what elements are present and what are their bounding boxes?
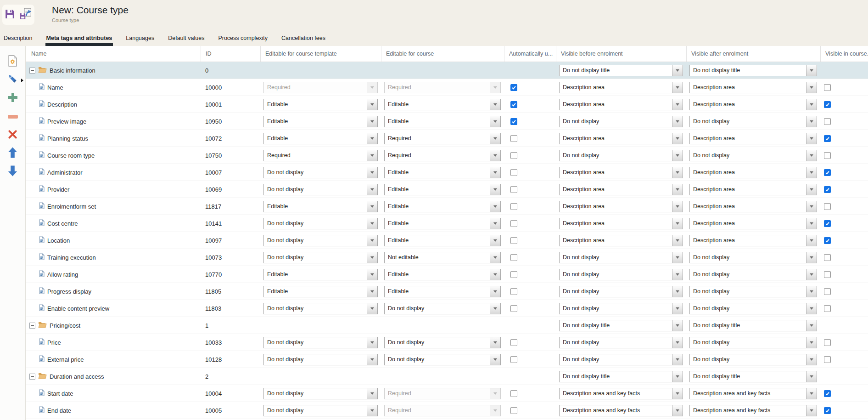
editable-for-course-dropdown[interactable]: Do not display [384,337,501,348]
automatically-updated-checkbox[interactable] [510,339,517,346]
visible-before-enrolment-dropdown[interactable]: Description area [559,99,683,110]
table-row-course-room-type[interactable]: Course room type10750RequiredRequiredDo … [26,147,868,164]
visible-after-enrolment-dropdown[interactable]: Do not display title [689,371,817,382]
editable-for-course-template-dropdown[interactable]: Editable [263,286,378,297]
automatically-updated-checkbox[interactable] [510,390,517,397]
editable-for-course-template-dropdown[interactable]: Editable [263,133,378,144]
visible-before-enrolment-dropdown[interactable]: Do not display title [559,65,683,76]
editable-for-course-dropdown[interactable]: Editable [384,269,501,280]
visible-in-course-checkbox[interactable] [824,271,831,278]
editable-for-course-dropdown[interactable]: Editable [384,99,501,110]
visible-after-enrolment-dropdown[interactable]: Do not display title [689,320,817,331]
visible-after-enrolment-dropdown[interactable]: Description area [689,235,817,246]
editable-for-course-dropdown[interactable]: Editable [384,286,501,297]
visible-before-enrolment-dropdown[interactable]: Do not display [559,303,683,314]
visible-in-course-checkbox[interactable] [824,152,831,159]
visible-before-enrolment-dropdown[interactable]: Description area [559,201,683,212]
tab-default-values[interactable]: Default values [168,35,204,41]
editable-for-course-template-dropdown[interactable]: Editable [263,269,378,280]
visible-after-enrolment-dropdown[interactable]: Do not display [689,150,817,161]
delete-button[interactable] [6,129,20,142]
table-row-planning-status[interactable]: Planning status10072EditableRequiredDesc… [26,130,868,147]
table-row-start-date[interactable]: Start date10004Do not displayRequiredDes… [26,385,868,402]
visible-before-enrolment-dropdown[interactable]: Do not display [559,354,683,365]
editable-for-course-template-dropdown[interactable]: Do not display [263,354,378,365]
table-row-basic-information[interactable]: Basic information0Do not display titleDo… [26,62,868,79]
visible-before-enrolment-dropdown[interactable]: Description area [559,235,683,246]
visible-before-enrolment-dropdown[interactable]: Description area [559,167,683,178]
editable-for-course-dropdown[interactable]: Do not display [384,303,501,314]
editable-for-course-template-dropdown[interactable]: Do not display [263,405,378,416]
table-row-price[interactable]: Price10033Do not displayDo not displayDo… [26,334,868,351]
visible-before-enrolment-dropdown[interactable]: Do not display [559,269,683,280]
editable-for-course-template-dropdown[interactable]: Do not display [263,235,378,246]
editable-for-course-dropdown[interactable]: Editable [384,218,501,229]
visible-after-enrolment-dropdown[interactable]: Description area [689,99,817,110]
visible-in-course-checkbox[interactable] [824,407,831,414]
visible-in-course-checkbox[interactable] [824,118,831,125]
editable-for-course-template-dropdown[interactable]: Do not display [263,337,378,348]
visible-in-course-checkbox[interactable] [824,288,831,295]
visible-after-enrolment-dropdown[interactable]: Description area [689,184,817,195]
tab-languages[interactable]: Languages [126,35,154,41]
tab-description[interactable]: Description [4,35,33,41]
save-and-open-button[interactable] [19,8,33,22]
automatically-updated-checkbox[interactable] [510,356,517,363]
visible-after-enrolment-dropdown[interactable]: Do not display [689,354,817,365]
automatically-updated-checkbox[interactable] [510,220,517,227]
editable-for-course-template-dropdown[interactable]: Do not display [263,303,378,314]
visible-after-enrolment-dropdown[interactable]: Do not display [689,303,817,314]
table-row-end-date[interactable]: End date10005Do not displayRequiredDescr… [26,402,868,419]
table-row-pricing-cost[interactable]: Pricing/cost1Do not display titleDo not … [26,317,868,334]
visible-in-course-checkbox[interactable] [824,169,831,176]
visible-in-course-checkbox[interactable] [824,390,831,397]
visible-after-enrolment-dropdown[interactable]: Description area [689,82,817,93]
visible-after-enrolment-dropdown[interactable]: Description area [689,133,817,144]
table-row-duration-and-access[interactable]: Duration and access2Do not display title… [26,368,868,385]
collapse-minus-icon[interactable] [29,68,35,74]
visible-in-course-checkbox[interactable] [824,305,831,312]
tab-meta-tags-and-attributes[interactable]: Meta tags and attributes [46,35,112,41]
editable-for-course-template-dropdown[interactable]: Do not display [263,388,378,399]
visible-after-enrolment-dropdown[interactable]: Do not display [689,252,817,263]
automatically-updated-checkbox[interactable] [510,118,517,125]
table-row-enable-content-preview[interactable]: Enable content preview11803Do not displa… [26,300,868,317]
automatically-updated-checkbox[interactable] [510,271,517,278]
visible-after-enrolment-dropdown[interactable]: Do not display title [689,65,817,76]
visible-after-enrolment-dropdown[interactable]: Do not display [689,337,817,348]
editable-for-course-template-dropdown[interactable]: Required [263,82,378,93]
editable-for-course-template-dropdown[interactable]: Editable [263,116,378,127]
visible-after-enrolment-dropdown[interactable]: Description area [689,218,817,229]
document-settings-button[interactable] [6,55,20,68]
editable-for-course-dropdown[interactable]: Do not display [384,354,501,365]
table-row-enrolmentform-set[interactable]: Enrolmentform set11817EditableEditableDe… [26,198,868,215]
automatically-updated-checkbox[interactable] [510,186,517,193]
table-row-name[interactable]: Name10000RequiredRequiredDescription are… [26,79,868,96]
visible-in-course-checkbox[interactable] [824,186,831,193]
editable-for-course-dropdown[interactable]: Editable [384,201,501,212]
visible-after-enrolment-dropdown[interactable]: Do not display [689,269,817,280]
table-row-cost-centre[interactable]: Cost centre10141Do not displayEditableDe… [26,215,868,232]
automatically-updated-checkbox[interactable] [510,135,517,142]
editable-for-course-dropdown[interactable]: Editable [384,116,501,127]
visible-in-course-checkbox[interactable] [824,203,831,210]
visible-after-enrolment-dropdown[interactable]: Description area [689,201,817,212]
visible-before-enrolment-dropdown[interactable]: Do not display [559,116,683,127]
editable-for-course-template-dropdown[interactable]: Do not display [263,167,378,178]
visible-after-enrolment-dropdown[interactable]: Description area and key facts [689,405,817,416]
table-row-progress-display[interactable]: Progress display11805EditableEditableDo … [26,283,868,300]
visible-before-enrolment-dropdown[interactable]: Description area [559,218,683,229]
save-button[interactable] [4,8,16,21]
editable-for-course-template-dropdown[interactable]: Editable [263,99,378,110]
visible-before-enrolment-dropdown[interactable]: Description area [559,82,683,93]
table-row-external-price[interactable]: External price10128Do not displayDo not … [26,351,868,368]
automatically-updated-checkbox[interactable] [510,101,517,108]
remove-button[interactable] [6,110,20,123]
automatically-updated-checkbox[interactable] [510,152,517,159]
visible-before-enrolment-dropdown[interactable]: Description area and key facts [559,405,683,416]
editable-for-course-dropdown[interactable]: Required [384,82,501,93]
visible-in-course-checkbox[interactable] [824,101,831,108]
visible-in-course-checkbox[interactable] [824,135,831,142]
add-button[interactable] [6,92,20,105]
table-row-provider[interactable]: Provider10069Do not displayEditableDescr… [26,181,868,198]
